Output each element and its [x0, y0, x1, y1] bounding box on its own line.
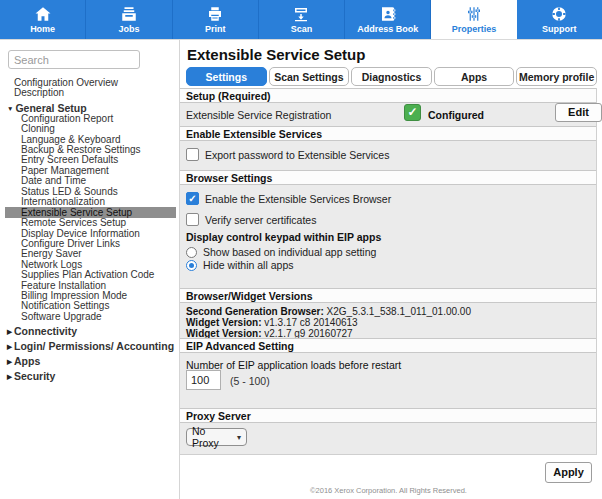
sidebar-item-label: Description — [14, 88, 64, 98]
sidebar-item-label: Connectivity — [14, 325, 77, 337]
triangle-right-icon: ▶ — [7, 343, 12, 350]
radio-show-row: Show based on individual app setting — [186, 246, 376, 258]
sidebar-item[interactable]: Date and Time — [0, 176, 179, 186]
export-password-checkbox[interactable] — [186, 148, 199, 161]
sidebar-item-label: Feature Installation — [21, 281, 106, 291]
verify-certificates-label: Verify server certificates — [205, 214, 316, 226]
sidebar-item[interactable]: Status LED & Sounds — [0, 187, 179, 197]
enable-browser-row: ✓ Enable the Extensible Services Browser — [186, 192, 391, 205]
sidebar-item[interactable]: Language & Keyboard — [0, 135, 179, 145]
nav-tab-print[interactable]: Print — [173, 0, 259, 39]
sidebar-item-label: Date and Time — [21, 176, 86, 186]
home-icon — [34, 5, 52, 23]
settings-panel: Setup (Required) Extensible Service Regi… — [180, 88, 597, 455]
sidebar-item-label: Entry Screen Defaults — [21, 155, 118, 165]
main-content: Extensible Service Setup Settings Scan S… — [180, 40, 602, 499]
nav-tab-jobs[interactable]: Jobs — [86, 0, 172, 39]
tab-apps[interactable]: Apps — [434, 67, 515, 86]
sidebar-menu: Configuration OverviewDescription▼Genera… — [0, 78, 179, 382]
tab-scan-settings[interactable]: Scan Settings — [269, 67, 350, 86]
sidebar-item[interactable]: ▼General Setup — [0, 102, 179, 114]
sidebar-item-label: Login/ Permissions/ Accounting — [14, 340, 174, 352]
sidebar-item[interactable]: Feature Installation — [0, 281, 179, 291]
sidebar-item[interactable]: Entry Screen Defaults — [0, 155, 179, 165]
sidebar-item-label: Extensible Service Setup — [21, 207, 132, 218]
nav-tab-scan[interactable]: Scan — [259, 0, 345, 39]
enable-browser-label: Enable the Extensible Services Browser — [205, 193, 391, 205]
properties-icon — [465, 5, 483, 23]
registration-label: Extensible Service Registration — [186, 109, 331, 121]
export-password-row: Export password to Extensible Services — [186, 148, 389, 161]
sidebar-item[interactable]: Remote Services Setup — [0, 218, 179, 228]
section-versions: Browser/Widget Versions — [180, 288, 596, 303]
nav-tab-address-book[interactable]: Address Book — [345, 0, 431, 39]
section-eip-advanced: EIP Advanced Setting — [180, 338, 596, 353]
sidebar-item-label: Network Logs — [21, 260, 82, 270]
nav-tab-properties[interactable]: Properties — [431, 0, 516, 39]
sidebar-item-label: Security — [14, 370, 55, 382]
proxy-select[interactable]: No Proxy ▾ — [186, 428, 247, 446]
verify-certificates-checkbox[interactable] — [186, 213, 199, 226]
keypad-heading: Display control keypad within EIP apps — [186, 231, 381, 243]
sidebar-item[interactable]: ▶Apps — [0, 355, 179, 367]
apply-button[interactable]: Apply — [545, 462, 592, 483]
nav-tab-label: Support — [542, 25, 577, 34]
sidebar-item[interactable]: Description — [0, 88, 179, 98]
sidebar-item[interactable]: Configure Driver Links — [0, 239, 179, 249]
sidebar-item-label: Backup & Restore Settings — [21, 145, 141, 155]
sidebar-item-label: Configure Driver Links — [21, 239, 120, 249]
copyright-text: ©2016 Xerox Corporation. All Rights Rese… — [180, 486, 597, 495]
nav-tab-home[interactable]: Home — [0, 0, 86, 39]
sidebar-item[interactable]: Display Device Information — [0, 229, 179, 239]
hide-all-radio[interactable] — [186, 260, 197, 271]
sidebar-item-label: Notification Settings — [21, 301, 109, 311]
sidebar-item[interactable]: Supplies Plan Activation Code — [0, 270, 179, 280]
edit-button[interactable]: Edit — [555, 103, 602, 122]
sidebar-item[interactable]: Cloning — [0, 124, 179, 134]
page: Home Jobs Print Scan Address Book — [0, 0, 602, 499]
tab-settings[interactable]: Settings — [186, 67, 267, 86]
sidebar-item-label: General Setup — [15, 102, 86, 114]
hide-all-label: Hide within all apps — [203, 259, 293, 271]
triangle-right-icon: ▶ — [7, 358, 12, 365]
page-title: Extensible Service Setup — [187, 46, 365, 63]
show-individual-radio[interactable] — [186, 247, 197, 258]
nav-tab-label: Home — [30, 25, 55, 34]
sidebar-item-label: Status LED & Sounds — [21, 187, 118, 197]
sidebar-item[interactable]: Configuration Overview — [0, 78, 179, 88]
sidebar-item[interactable]: ▶Connectivity — [0, 325, 179, 337]
eip-loads-range-hint: (5 - 100) — [230, 375, 270, 387]
nav-tab-support[interactable]: Support — [517, 0, 602, 39]
scan-icon — [292, 5, 310, 23]
sidebar-item[interactable]: Software Upgrade — [0, 312, 179, 322]
eip-loads-input[interactable] — [186, 370, 221, 390]
check-icon: ✓ — [404, 104, 421, 121]
sidebar-item[interactable]: Backup & Restore Settings — [0, 145, 179, 155]
tab-memory-profile[interactable]: Memory profile — [516, 67, 597, 86]
sidebar-item-label: Billing Impression Mode — [21, 291, 127, 301]
sidebar-item[interactable]: Notification Settings — [0, 301, 179, 311]
export-password-label: Export password to Extensible Services — [205, 149, 389, 161]
sidebar-item-label: Apps — [14, 355, 40, 367]
sidebar-item[interactable]: Network Logs — [0, 260, 179, 270]
sidebar-item[interactable]: Energy Saver — [0, 249, 179, 259]
tab-diagnostics[interactable]: Diagnostics — [351, 67, 432, 86]
nav-tab-label: Print — [205, 25, 226, 34]
sidebar-item[interactable]: Extensible Service Setup — [5, 207, 176, 218]
section-setup-required: Setup (Required) — [180, 88, 596, 103]
sidebar-item[interactable]: ▶Login/ Permissions/ Accounting — [0, 340, 179, 352]
sidebar-item-label: Language & Keyboard — [21, 135, 121, 145]
sidebar-item[interactable]: Configuration Report — [0, 114, 179, 124]
sidebar-item-label: Paper Management — [21, 166, 109, 176]
sidebar-item[interactable]: Billing Impression Mode — [0, 291, 179, 301]
sidebar-item[interactable]: ▶Security — [0, 370, 179, 382]
search-input[interactable] — [8, 50, 140, 69]
enable-browser-checkbox[interactable]: ✓ — [186, 192, 199, 205]
nav-tab-label: Properties — [452, 25, 497, 34]
triangle-right-icon: ▶ — [7, 328, 12, 335]
sidebar-item-label: Configuration Report — [21, 114, 113, 124]
support-icon — [550, 5, 568, 23]
sidebar-item[interactable]: Internationalization — [0, 197, 179, 207]
section-proxy-server: Proxy Server — [180, 408, 596, 423]
sidebar-item[interactable]: Paper Management — [0, 166, 179, 176]
